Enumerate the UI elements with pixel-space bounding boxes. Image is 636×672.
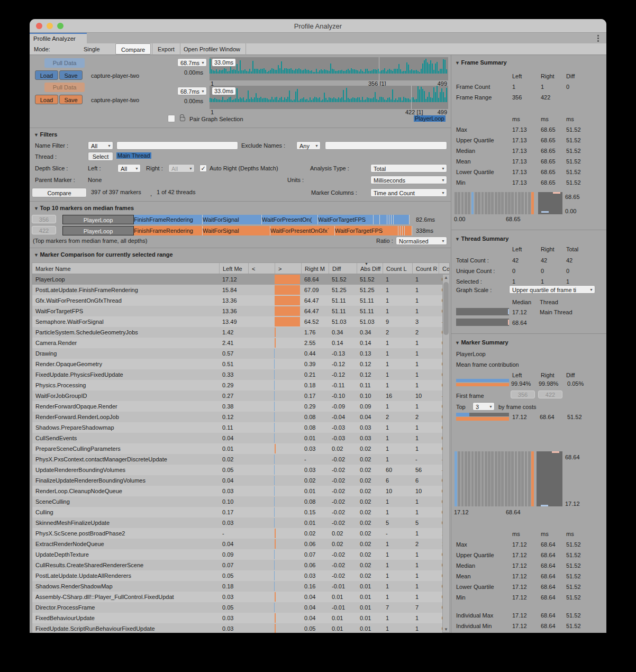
table-row[interactable]: Semaphore.WaitForSignal13.4964.5251.0351…: [32, 316, 442, 327]
column-header-count-l[interactable]: Count L: [383, 263, 412, 274]
top-n-dropdown[interactable]: 3: [473, 402, 495, 411]
column-header-right-m[interactable]: Right M: [301, 263, 329, 274]
pull-data-button-right[interactable]: Pull Data: [44, 83, 85, 92]
frame-summary-header[interactable]: Frame Summary: [455, 59, 507, 66]
table-row[interactable]: WaitForTargetFPS13.3664.4751.1151.11110: [32, 306, 442, 316]
scroll-up-icon[interactable]: ▲: [444, 275, 448, 280]
marker-table[interactable]: PlayerLoop17.1268.6451.5251.52110PostLat…: [32, 274, 442, 633]
auto-right-checkbox[interactable]: ✓: [199, 165, 207, 172]
marker-segment-finishframerendering[interactable]: FinishFrameRendering: [134, 215, 203, 224]
table-row[interactable]: PhysX.PxsContext.contactManagerDiscreteU…: [32, 454, 442, 465]
thread-bar-left[interactable]: [456, 308, 509, 315]
column-header-abs-diff[interactable]: Abs Diff▼: [357, 263, 383, 274]
graph-scale-dropdown[interactable]: Upper quartile of frame ti: [509, 285, 595, 294]
frame-summary-boxplot[interactable]: [538, 192, 562, 214]
mode-compare-button[interactable]: Compare: [115, 43, 151, 55]
table-row[interactable]: FinalizeUpdateRendererBoundingVolumes0.0…: [32, 475, 442, 486]
table-row[interactable]: CullSendEvents0.040.01-0.030.03110: [32, 433, 442, 443]
table-row[interactable]: CullResults.CreateSharedRendererScene0.0…: [32, 560, 442, 570]
table-row[interactable]: PrepareSceneCullingParameters0.010.030.0…: [32, 443, 442, 454]
marker-segment[interactable]: [405, 226, 412, 235]
marker-segment-playerloop[interactable]: PlayerLoop: [62, 226, 134, 235]
marker-summary-boxplot[interactable]: [537, 451, 562, 506]
units-dropdown[interactable]: Milliseconds: [370, 176, 447, 184]
table-row[interactable]: PostLateUpdate.UpdateAllRenderers0.050.0…: [32, 570, 442, 581]
comparison-section-header[interactable]: Marker Comparison for currently selected…: [34, 251, 173, 258]
table-row[interactable]: PhysX.ScScene.postBroadPhase2-0.020.020.…: [32, 528, 442, 539]
table-row[interactable]: SceneCulling0.100.08-0.020.02110: [32, 496, 442, 507]
marker-summary-histogram[interactable]: [455, 451, 534, 506]
top10-bar-right[interactable]: PlayerLoopFinishFrameRenderingWaitForSig…: [62, 226, 412, 235]
scroll-down-icon[interactable]: ▼: [444, 627, 448, 632]
column-header-<[interactable]: <: [248, 263, 275, 274]
marker-segment-waitforpresentongfx[interactable]: WaitForPresentOnGfx`: [270, 226, 335, 235]
column-header-count-d[interactable]: Count D: [439, 263, 449, 274]
scrollbar-thumb[interactable]: [443, 282, 449, 335]
compare-button[interactable]: Compare: [32, 188, 87, 197]
table-row[interactable]: RenderForward.RenderLoopJob0.120.08-0.04…: [32, 412, 442, 422]
thread-bar-right[interactable]: [456, 319, 509, 326]
export-button[interactable]: Export: [152, 43, 180, 55]
table-row[interactable]: FixedUpdate.PhysicsFixedUpdate0.330.21-0…: [32, 369, 442, 380]
table-row[interactable]: SkinnedMeshFinalizeUpdate0.030.01-0.020.…: [32, 517, 442, 528]
table-row[interactable]: ExtractRenderNodeQueue0.040.060.020.0212…: [32, 539, 442, 549]
name-filter-mode-dropdown[interactable]: All: [88, 141, 113, 150]
marker-segment-waitforsignal[interactable]: WaitForSignal: [203, 215, 262, 224]
table-row[interactable]: UpdateDepthTexture0.090.07-0.020.02110: [32, 549, 442, 560]
frame-time-graph-right[interactable]: 33.0ms: [210, 86, 448, 109]
exclude-names-input[interactable]: [325, 141, 447, 150]
marker-segment-waitfortargetfps[interactable]: WaitForTargetFPS: [335, 226, 398, 235]
marker-segment-waitfortargetfps[interactable]: WaitForTargetFPS: [318, 215, 374, 224]
marker-segment-playerloop[interactable]: PlayerLoop: [62, 215, 134, 224]
marker-segment-waitforsignal[interactable]: WaitForSignal: [203, 226, 270, 235]
marker-segment[interactable]: [394, 215, 410, 224]
load-button-left[interactable]: Load: [35, 70, 58, 80]
filters-section-header[interactable]: Filters: [34, 131, 57, 138]
table-row[interactable]: UpdateRendererBoundingVolumes0.050.03-0.…: [32, 465, 442, 475]
table-row[interactable]: Gfx.WaitForPresentOnGfxThread13.3664.475…: [32, 295, 442, 306]
frame-badge-left[interactable]: 356: [32, 215, 56, 223]
table-row[interactable]: Assembly-CSharp.dll!::Player_FullControl…: [32, 592, 442, 602]
scale-dropdown-right[interactable]: 68.7ms: [177, 87, 207, 95]
table-row[interactable]: RenderLoop.CleanupNodeQueue0.030.01-0.02…: [32, 486, 442, 496]
table-scrollbar[interactable]: ▲ ▼: [442, 274, 450, 633]
ratio-dropdown[interactable]: Normalised: [396, 237, 447, 245]
top10-section-header[interactable]: Top 10 markers on median frames: [34, 205, 134, 211]
table-row[interactable]: Physics.Processing0.290.18-0.110.11110: [32, 380, 442, 391]
frame-badge-right[interactable]: 422: [32, 226, 56, 234]
marker-segment-finishframerendering[interactable]: FinishFrameRendering: [134, 226, 203, 235]
table-row[interactable]: Camera.Render2.412.550.140.14110: [32, 338, 442, 348]
column-header-marker-name[interactable]: Marker Name: [32, 263, 219, 274]
column-header-diff[interactable]: Diff: [329, 263, 357, 274]
pair-graph-checkbox[interactable]: [168, 115, 175, 122]
depth-left-dropdown[interactable]: All: [117, 164, 141, 172]
first-frame-button-right[interactable]: 422: [538, 391, 562, 398]
table-row[interactable]: Culling0.170.15-0.020.02110: [32, 507, 442, 517]
marker-columns-dropdown[interactable]: Time and Count: [370, 188, 447, 197]
mode-single-button[interactable]: Single: [78, 43, 105, 55]
table-row[interactable]: Render.OpaqueGeometry0.510.39-0.120.1211…: [32, 359, 442, 369]
table-row[interactable]: PlayerLoop17.1268.6451.5251.52110: [32, 274, 442, 285]
table-row[interactable]: FixedBehaviourUpdate0.030.040.010.01110: [32, 613, 442, 623]
load-button-right[interactable]: Load: [35, 95, 58, 104]
name-filter-input[interactable]: [116, 141, 238, 150]
kebab-menu-icon[interactable]: [597, 35, 599, 43]
marker-segment-waitforpresenton[interactable]: WaitForPresentOn(: [262, 215, 318, 224]
table-row[interactable]: Shadows.PrepareShadowmap0.110.08-0.030.0…: [32, 422, 442, 433]
table-row[interactable]: RenderForwardOpaque.Render0.380.29-0.090…: [32, 401, 442, 412]
first-frame-button-left[interactable]: 356: [511, 391, 535, 398]
column-header->[interactable]: >: [275, 263, 301, 274]
column-header-count-r[interactable]: Count R: [412, 263, 439, 274]
thread-select-button[interactable]: Select: [88, 152, 113, 161]
save-button-left[interactable]: Save: [59, 70, 83, 80]
analysis-type-dropdown[interactable]: Total: [370, 164, 447, 172]
marker-summary-header[interactable]: Marker Summary: [455, 339, 508, 346]
table-row[interactable]: WaitForJobGroupID0.270.17-0.100.101610-6: [32, 391, 442, 401]
marker-segment[interactable]: [374, 215, 380, 224]
frame-summary-histogram[interactable]: [455, 192, 534, 214]
exclude-mode-dropdown[interactable]: Any: [296, 141, 321, 150]
table-row[interactable]: PostLateUpdate.FinishFrameRendering15.84…: [32, 285, 442, 295]
pull-data-button-left[interactable]: Pull Data: [44, 58, 85, 68]
open-profiler-window-button[interactable]: Open Profiler Window: [178, 43, 246, 55]
table-row[interactable]: Drawing0.570.44-0.130.13110: [32, 348, 442, 359]
